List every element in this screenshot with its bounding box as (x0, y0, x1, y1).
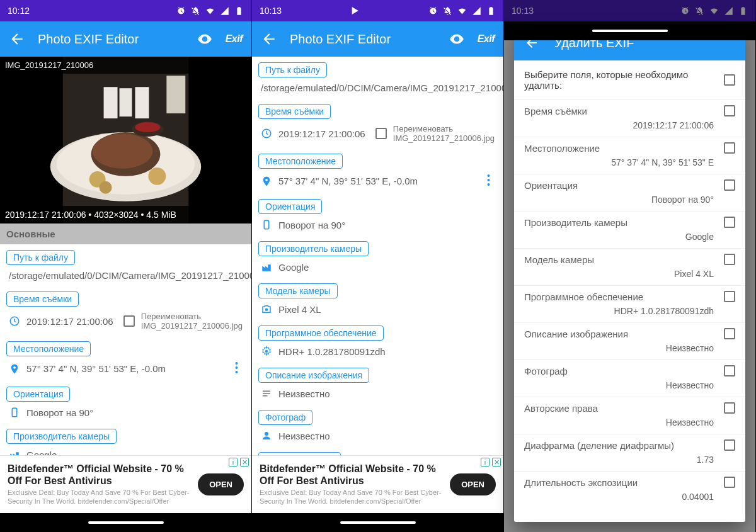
field-orientation-label[interactable]: Ориентация (6, 387, 70, 402)
svg-point-21 (487, 174, 490, 177)
field-time-label[interactable]: Время съёмки (258, 104, 331, 119)
ad-close-icon[interactable]: ✕ (240, 458, 249, 467)
ad-info-icon[interactable]: i (481, 458, 490, 467)
field-time-label[interactable]: Время съёмки (6, 291, 79, 307)
factory-icon (261, 261, 272, 273)
battery-icon (486, 6, 496, 16)
row-orientation-checkbox[interactable] (724, 179, 735, 191)
row-copyright-label: Авторские права (524, 403, 718, 414)
visibility-icon[interactable] (449, 31, 465, 47)
mute-icon (191, 6, 200, 16)
row-aperture-label: Диафрагма (деление диафрагмы) (524, 440, 718, 451)
row-software-value: HDR+ 1.0.281780091zdh (524, 306, 735, 316)
scroll-content[interactable]: Путь к файлу /storage/emulated/0/DCIM/Ca… (252, 57, 503, 455)
row-model-value: Pixel 4 XL (524, 269, 735, 279)
field-path-label[interactable]: Путь к файлу (258, 62, 327, 77)
field-make-label[interactable]: Производитель камеры (258, 241, 369, 256)
row-exposure-value: 0.04001 (524, 492, 735, 502)
svg-point-5 (93, 133, 153, 169)
ad-banner[interactable]: i✕ Bitdefender™ Official Website - 70 % … (0, 455, 251, 513)
field-time-value: 2019:12:17 21:00:06 (26, 316, 117, 327)
row-copyright-checkbox[interactable] (724, 402, 735, 414)
pin-icon (9, 363, 20, 375)
rename-hint: ПереименоватьIMG_20191217_210006.jpg (141, 312, 243, 331)
field-desc-label[interactable]: Описание изображения (258, 368, 369, 383)
dialog-instruction: Выберите поля, которые необходимо удалит… (524, 69, 718, 91)
ad-close-icon[interactable]: ✕ (492, 458, 501, 467)
field-software-label[interactable]: Программное обеспечение (258, 325, 384, 341)
ad-open-button[interactable]: OPEN (198, 473, 244, 495)
row-exposure-checkbox[interactable] (724, 477, 735, 488)
alarm-icon (428, 6, 438, 16)
select-all-checkbox[interactable] (724, 74, 735, 86)
field-time-value: 2019:12:17 21:00:06 (278, 128, 369, 139)
location-menu-icon[interactable] (482, 174, 495, 188)
status-time: 10:12 (8, 6, 30, 16)
field-path-label[interactable]: Путь к файлу (6, 250, 75, 265)
exif-button[interactable]: Exif (226, 33, 243, 45)
rename-hint: ПереименоватьIMG_20191217_210006.jpg (393, 124, 495, 143)
row-software-checkbox[interactable] (724, 291, 735, 302)
app-title: Photo EXIF Editor (38, 32, 184, 47)
row-time-checkbox[interactable] (724, 105, 735, 116)
field-photographer-value: Неизвестно (278, 431, 495, 441)
wifi-icon (205, 6, 215, 16)
rename-checkbox[interactable] (375, 128, 387, 139)
svg-point-16 (235, 362, 238, 365)
field-location-label[interactable]: Местоположение (258, 154, 343, 169)
row-photographer-checkbox[interactable] (724, 365, 735, 376)
back-icon[interactable] (9, 31, 25, 47)
ad-subtext: Exclusive Deal: Buy Today And Save 70 % … (260, 489, 444, 506)
app-title: Photo EXIF Editor (290, 32, 436, 47)
field-photographer-label[interactable]: Фотограф (258, 410, 312, 425)
photo-meta: 2019:12:17 21:00:06 • 4032×3024 • 4.5 Mi… (0, 206, 251, 224)
screen-2-editor-scrolled: 10:13 Photo EXIF Editor Exif Путь к файл… (252, 0, 504, 532)
row-model-checkbox[interactable] (724, 254, 735, 265)
exif-button[interactable]: Exif (478, 33, 495, 45)
signal-icon (472, 6, 481, 16)
field-location-value: 57° 37' 4" N, 39° 51' 53" E, -0.0m (278, 176, 476, 186)
row-location-checkbox[interactable] (724, 142, 735, 154)
alarm-icon (176, 6, 186, 16)
row-photographer-value: Неизвестно (524, 380, 735, 390)
row-aperture-checkbox[interactable] (724, 439, 735, 451)
field-orientation-value: Поворот на 90° (278, 220, 495, 230)
field-desc-value: Неизвестно (278, 388, 495, 399)
ad-info-icon[interactable]: i (229, 458, 238, 467)
field-model-label[interactable]: Модель камеры (258, 283, 338, 298)
factory-icon (9, 449, 20, 455)
battery-icon (234, 6, 244, 16)
clock-icon (261, 128, 272, 139)
field-orientation-label[interactable]: Ориентация (258, 199, 322, 214)
pin-icon (261, 176, 272, 187)
visibility-icon[interactable] (197, 31, 213, 47)
svg-point-22 (487, 179, 490, 181)
row-orientation-value: Поворот на 90° (524, 195, 735, 205)
field-make-label[interactable]: Производитель камеры (6, 429, 117, 444)
field-location-label[interactable]: Местоположение (6, 341, 91, 356)
dialog-scroll[interactable]: Выберите поля, которые необходимо удалит… (514, 60, 745, 522)
row-model-label: Модель камеры (524, 254, 718, 265)
row-make-value: Google (524, 232, 735, 242)
row-location-value: 57° 37' 4" N, 39° 51' 53" E (524, 157, 735, 167)
status-bar: 10:12 (0, 0, 251, 21)
rename-checkbox[interactable] (123, 315, 135, 327)
field-model-value: Pixel 4 XL (278, 304, 495, 315)
ad-banner[interactable]: i✕ Bitdefender™ Official Website - 70 % … (252, 455, 503, 513)
photo-preview[interactable]: IMG_20191217_210006 2019:12:17 21:00:06 … (0, 57, 251, 224)
row-photographer-label: Фотограф (524, 366, 718, 376)
row-desc-checkbox[interactable] (724, 328, 735, 339)
gear-icon (261, 346, 272, 357)
scroll-content[interactable]: IMG_20191217_210006 2019:12:17 21:00:06 … (0, 57, 251, 455)
navigation-bar[interactable] (252, 513, 503, 532)
navigation-bar[interactable] (504, 21, 755, 40)
navigation-bar[interactable] (0, 513, 251, 532)
ad-open-button[interactable]: OPEN (450, 473, 496, 495)
row-make-checkbox[interactable] (724, 217, 735, 228)
back-icon[interactable] (261, 31, 277, 47)
row-location-label: Местоположение (524, 143, 718, 154)
svg-point-25 (265, 308, 268, 312)
mute-icon (443, 6, 452, 16)
signal-icon (220, 6, 229, 16)
location-menu-icon[interactable] (230, 361, 243, 376)
